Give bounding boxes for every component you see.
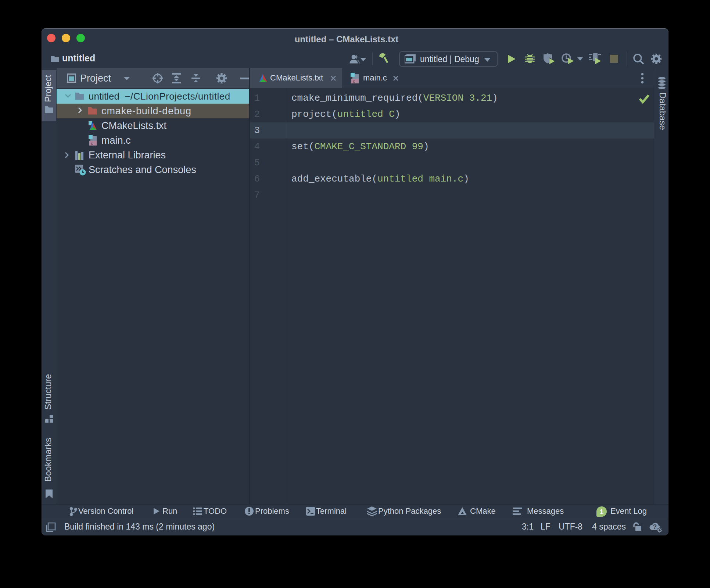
svg-text:1: 1 — [600, 508, 604, 516]
svg-text:?: ? — [653, 523, 657, 530]
svg-text:c: c — [91, 141, 93, 146]
svg-text:c: c — [353, 79, 355, 84]
